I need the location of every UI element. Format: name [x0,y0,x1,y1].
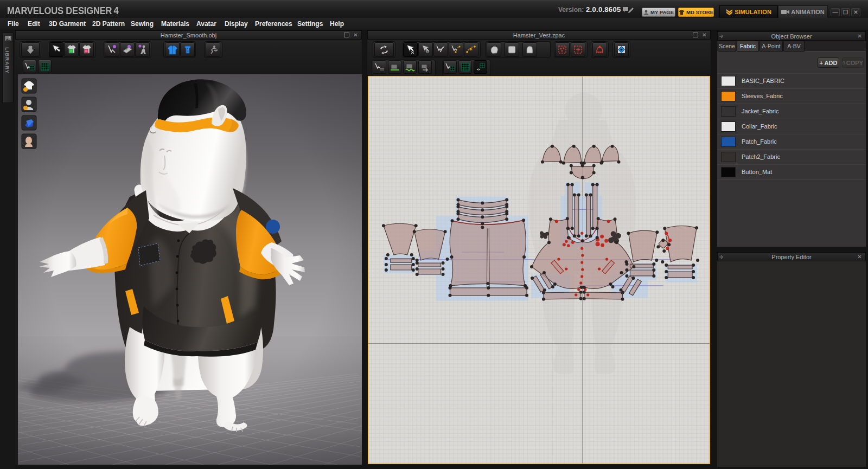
svg-text:P: P [42,66,45,70]
svg-text:P: P [463,66,465,71]
